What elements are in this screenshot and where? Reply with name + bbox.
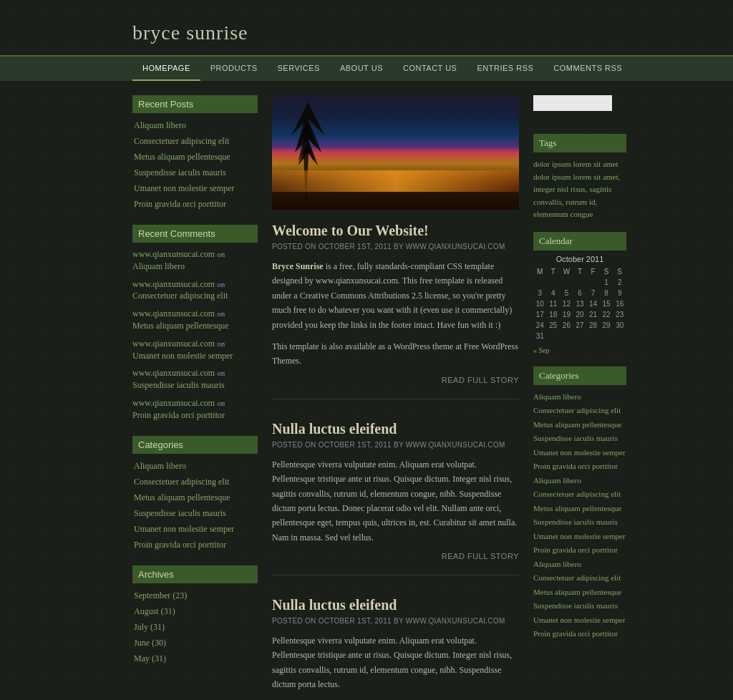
comment-item-4: www.qianxunsucai.com on Umanet non moles… <box>132 338 258 362</box>
archive-link-4[interactable]: June (30) <box>134 638 166 648</box>
nav-item-about[interactable]: ABOUT US <box>330 57 393 81</box>
nav-link-entries-rss[interactable]: ENTRIES RSS <box>467 57 543 79</box>
nav-item-products[interactable]: PRODUCTS <box>200 57 268 81</box>
rcat-link-3[interactable]: Metus aliquam pellentesque <box>533 420 621 429</box>
post-1-strong: Bryce Sunrise <box>272 261 324 271</box>
post-1-read-more[interactable]: READ FULL STORY <box>272 376 519 384</box>
nav-list: HOMEPAGE PRODUCTS SERVICES ABOUT US CONT… <box>132 57 733 81</box>
nav-link-comments-rss[interactable]: COMMENTS RSS <box>543 57 632 79</box>
rcat-link-12[interactable]: Proin gravida orci porttitor <box>533 545 618 554</box>
nav-link-about[interactable]: ABOUT US <box>330 57 393 79</box>
recent-post-link-6[interactable]: Proin gravida orci porttitor <box>134 199 226 209</box>
search-input[interactable] <box>533 95 612 111</box>
rcat-link-15[interactable]: Metus aliquam pellentesque <box>533 588 621 596</box>
rcat-link-17[interactable]: Umanet non molestie semper <box>533 616 626 624</box>
comment-author-1[interactable]: www.qianxunsucai.com <box>132 249 215 259</box>
comment-item-5: www.qianxunsucai.com on Suspendisse iacu… <box>132 367 258 392</box>
archive-link-2[interactable]: August (31) <box>134 606 175 616</box>
rcat-link-18[interactable]: Proin gravida orci porttitor <box>533 629 618 638</box>
rcat-link-7[interactable]: Aliquam libero <box>533 476 581 485</box>
category-link-1[interactable]: Aliquam libero <box>134 461 186 471</box>
list-item: Metus aliquam pellentesque <box>134 491 258 504</box>
list-item: Aliquam libero <box>134 119 258 132</box>
comment-author-6[interactable]: www.qianxunsucai.com <box>132 398 215 408</box>
rcat-link-5[interactable]: Umanet non molestie semper <box>533 448 626 457</box>
rcat-link-10[interactable]: Suspendisse iaculis mauris <box>533 517 618 526</box>
recent-post-link-1[interactable]: Aliquam libero <box>134 120 186 130</box>
cal-header-s1: S <box>600 266 613 277</box>
archive-link-5[interactable]: May (31) <box>134 653 166 663</box>
categories-list: Aliquam libero Consectetuer adipiscing e… <box>132 460 258 551</box>
rcat-link-11[interactable]: Umanet non molestie semper <box>533 532 626 540</box>
category-link-5[interactable]: Umanet non molestie semper <box>134 524 234 534</box>
nav-item-entries-rss[interactable]: ENTRIES RSS <box>467 57 543 81</box>
list-item: Umanet non molestie semper <box>533 447 626 459</box>
comment-item-2: www.qianxunsucai.com on Consectetuer adi… <box>132 278 258 303</box>
tag-link-2[interactable]: dolor ipsum lorem sit amet, <box>533 172 620 181</box>
rcat-link-9[interactable]: Metus aliquam pellentesque <box>533 504 621 512</box>
table-row: 24252627282930 <box>533 320 626 331</box>
nav-item-contact[interactable]: CONTACT US <box>393 57 467 81</box>
nav-item-comments-rss[interactable]: COMMENTS RSS <box>543 57 632 81</box>
category-link-2[interactable]: Consectetuer adipiscing elit <box>134 477 229 487</box>
hero-image <box>272 95 519 210</box>
table-row: 17181920212223 <box>533 309 626 320</box>
comment-author-5[interactable]: www.qianxunsucai.com <box>132 368 215 378</box>
nav-link-homepage[interactable]: HOMEPAGE <box>132 57 200 81</box>
category-link-3[interactable]: Metus aliquam pellentesque <box>134 492 230 502</box>
tag-link-5[interactable]: elementum congue <box>533 210 593 218</box>
rcat-link-8[interactable]: Consectetuer adipiscing elit <box>533 490 621 498</box>
comment-item-1: www.qianxunsucai.com on Aliquam libero <box>132 248 258 273</box>
rcat-link-16[interactable]: Suspendisse iaculis mauris <box>533 601 618 610</box>
tag-link-4[interactable]: convallis, rutrum id, <box>533 198 597 206</box>
archive-link-1[interactable]: September (23) <box>134 590 187 601</box>
post-1-meta: POSTED ON OCTOBER 1ST, 2011 BY WWW.QIANX… <box>272 243 519 251</box>
rcat-link-14[interactable]: Consectetuer adipiscing elit <box>533 573 621 582</box>
list-item: July (31) <box>134 621 258 633</box>
rcat-link-1[interactable]: Aliquam libero <box>533 392 581 401</box>
nav-link-services[interactable]: SERVICES <box>268 57 330 79</box>
tag-link-1[interactable]: dolor ipsum lorem sit amet <box>533 160 618 168</box>
nav-item-services[interactable]: SERVICES <box>268 57 330 81</box>
table-row: 10111213141516 <box>533 298 626 309</box>
comment-author-2[interactable]: www.qianxunsucai.com <box>132 279 215 289</box>
rcat-link-4[interactable]: Suspendisse iaculis mauris <box>533 434 618 442</box>
rcat-link-2[interactable]: Consectetuer adipiscing elit <box>533 406 621 414</box>
nav-link-contact[interactable]: CONTACT US <box>393 57 467 79</box>
archive-link-3[interactable]: July (31) <box>134 622 165 632</box>
list-item: Metus aliquam pellentesque <box>533 419 626 431</box>
comment-post-link-4[interactable]: Umanet non molestie semper <box>132 351 233 361</box>
comment-post-link-6[interactable]: Proin gravida orci porttitor <box>132 410 225 420</box>
post-1-title: Welcome to Our Website! <box>272 223 519 239</box>
cal-day-1[interactable]: 1 <box>604 278 608 286</box>
rcat-link-13[interactable]: Aliquam libero <box>533 560 581 568</box>
comment-post-link-2[interactable]: Consectetuer adipiscing elit <box>132 291 228 301</box>
recent-post-link-4[interactable]: Suspendisse iaculis mauris <box>134 167 226 178</box>
recent-post-link-2[interactable]: Consectetuer adipiscing elit <box>134 136 229 146</box>
nav-link-products[interactable]: PRODUCTS <box>200 57 268 79</box>
main-nav: HOMEPAGE PRODUCTS SERVICES ABOUT US CONT… <box>0 55 733 81</box>
calendar-prev-link[interactable]: « Sep <box>533 346 550 354</box>
comment-post-link-5[interactable]: Suspendisse iaculis mauris <box>132 380 225 390</box>
comment-author-4[interactable]: www.qianxunsucai.com <box>132 339 215 349</box>
cal-day-2[interactable]: 2 <box>618 278 622 286</box>
category-link-4[interactable]: Suspendisse iaculis mauris <box>134 508 226 518</box>
post-2-read-more[interactable]: READ FULL STORY <box>272 552 519 560</box>
recent-post-link-5[interactable]: Umanet non molestie semper <box>134 183 234 193</box>
nav-item-homepage[interactable]: HOMEPAGE <box>132 57 200 81</box>
comment-author-3[interactable]: www.qianxunsucai.com <box>132 308 215 319</box>
comment-post-link-3[interactable]: Metus aliquam pellentesque <box>132 321 229 331</box>
list-item: Consectetuer adipiscing elit <box>533 404 626 417</box>
category-link-6[interactable]: Proin gravida orci porttitor <box>134 540 226 550</box>
comment-post-link-1[interactable]: Aliquam libero <box>132 261 185 271</box>
recent-post-link-3[interactable]: Metus aliquam pellentesque <box>134 152 230 162</box>
post-3: Nulla luctus eleifend POSTED ON OCTOBER … <box>272 597 519 700</box>
cal-header-t1: T <box>547 266 560 277</box>
right-sidebar: Tags dolor ipsum lorem sit amet dolor ip… <box>533 95 626 700</box>
list-item: Proin gravida orci porttitor <box>533 544 626 556</box>
post-3-meta: POSTED ON OCTOBER 1ST, 2011 BY WWW.QIANX… <box>272 617 519 625</box>
list-item: May (31) <box>134 652 258 665</box>
tag-link-3[interactable]: integer nisl risus, sagittis <box>533 185 611 193</box>
rcat-link-6[interactable]: Proin gravida orci porttitor <box>533 462 618 470</box>
comment-post-6: Proin gravida orci porttitor <box>132 409 258 422</box>
